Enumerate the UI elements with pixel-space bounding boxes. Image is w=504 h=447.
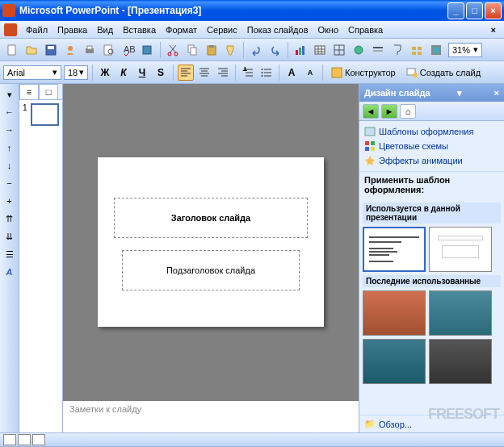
outline-tab[interactable]: ≡	[19, 84, 39, 100]
template-recent-1[interactable]	[363, 290, 426, 336]
template-recent-4[interactable]	[429, 339, 492, 384]
link-templates[interactable]: Шаблоны оформления	[364, 124, 499, 139]
view-bar	[0, 432, 504, 447]
svg-point-32	[262, 72, 263, 73]
expandall-icon[interactable]: ⇊	[2, 229, 17, 244]
print-icon[interactable]	[81, 41, 99, 59]
link-animation[interactable]: Эффекты анимации	[364, 153, 499, 168]
maximize-button[interactable]: □	[466, 2, 483, 19]
normal-view-button[interactable]	[3, 434, 16, 445]
open-icon[interactable]	[23, 41, 40, 59]
promote-icon[interactable]: ←	[2, 105, 17, 119]
menu-file[interactable]: Файл	[21, 25, 52, 35]
menu-window[interactable]: Окно	[313, 25, 344, 35]
paste-icon[interactable]	[203, 41, 220, 59]
bullets-button[interactable]	[258, 65, 275, 81]
titlebar: Microsoft PowerPoint - [Презентация3] _ …	[0, 0, 504, 21]
template-current[interactable]	[363, 227, 426, 272]
align-right-button[interactable]	[215, 65, 231, 81]
cut-icon[interactable]	[164, 41, 182, 59]
title-placeholder[interactable]: Заголовок слайда	[114, 198, 308, 238]
nav-forward-icon[interactable]: ►	[381, 104, 397, 119]
italic-button[interactable]: К	[116, 65, 132, 81]
link-colorschemes[interactable]: Цветовые схемы	[364, 139, 499, 153]
collapse-icon[interactable]: −	[2, 176, 17, 190]
menu-help[interactable]: Справка	[343, 25, 388, 35]
slide-canvas: Заголовок слайда Подзаголовок слайда	[63, 84, 359, 400]
newslide-icon	[406, 67, 418, 78]
slideshow-view-button[interactable]	[32, 434, 45, 445]
copy-icon[interactable]	[183, 41, 201, 59]
increase-font-button[interactable]: A	[284, 65, 300, 81]
outline-pane: ≡ □ 1	[19, 84, 63, 432]
svg-rect-41	[371, 147, 375, 151]
summary-icon[interactable]: ☰	[2, 247, 17, 261]
showformat-icon[interactable]: A	[2, 265, 17, 279]
template-default[interactable]	[429, 227, 492, 272]
taskpane-dropdown-icon[interactable]: ▾	[457, 88, 462, 98]
preview-icon[interactable]	[100, 41, 118, 59]
new-icon[interactable]	[3, 41, 21, 59]
redo-icon[interactable]	[267, 41, 284, 59]
tables-borders-icon[interactable]	[330, 41, 348, 59]
apply-section: Применить шаблон оформления:	[359, 172, 504, 200]
design-button[interactable]: Конструктор	[327, 65, 400, 81]
menu-slideshow[interactable]: Показ слайдов	[242, 25, 313, 35]
group-current: Используется в данной презентации	[363, 203, 501, 224]
nav-home-icon[interactable]: ⌂	[400, 104, 416, 119]
minimize-button[interactable]: _	[447, 2, 464, 19]
color-icon[interactable]	[427, 41, 445, 59]
zoom-combo[interactable]: 31%▾	[448, 43, 482, 57]
hyperlink-icon[interactable]	[350, 41, 368, 59]
demote-icon[interactable]: →	[2, 123, 17, 137]
underline-button[interactable]: Ч	[134, 65, 150, 81]
format-painter-icon[interactable]	[222, 41, 240, 59]
template-recent-2[interactable]	[429, 290, 492, 336]
table-icon[interactable]	[311, 41, 329, 59]
slide-thumbnail[interactable]	[31, 103, 59, 126]
svg-rect-19	[315, 46, 325, 54]
chart-icon[interactable]	[292, 41, 309, 59]
newslide-button[interactable]: Создать слайд	[402, 65, 485, 81]
taskpane-close-icon[interactable]: ×	[494, 88, 499, 98]
bold-button[interactable]: Ж	[97, 65, 113, 81]
spellcheck-icon[interactable]: AB	[120, 41, 137, 59]
menu-edit[interactable]: Правка	[52, 25, 92, 35]
menu-view[interactable]: Вид	[92, 25, 118, 35]
collapseall-icon[interactable]: ⇈	[2, 211, 17, 226]
expand-icon[interactable]	[369, 41, 387, 59]
research-icon[interactable]	[139, 41, 157, 59]
show-formatting-icon[interactable]	[388, 41, 406, 59]
svg-rect-0	[8, 45, 15, 55]
moveup-icon[interactable]: ↑	[2, 140, 17, 155]
outline-collapse-icon[interactable]: ▾	[2, 87, 17, 102]
doc-close-button[interactable]: ×	[487, 25, 500, 35]
expand-icon[interactable]: +	[2, 194, 17, 208]
save-icon[interactable]	[42, 41, 60, 59]
group-recent: Последние использованные	[363, 275, 501, 287]
menu-tools[interactable]: Сервис	[202, 25, 242, 35]
align-left-button[interactable]	[178, 65, 194, 81]
menu-insert[interactable]: Вставка	[118, 25, 161, 35]
numbering-button[interactable]: 1	[240, 65, 256, 81]
shadow-button[interactable]: S	[153, 65, 169, 81]
window-title: Microsoft PowerPoint - [Презентация3]	[19, 5, 446, 16]
notes-pane[interactable]: Заметки к слайду	[63, 400, 359, 432]
close-button[interactable]: ×	[485, 2, 502, 19]
subtitle-placeholder[interactable]: Подзаголовок слайда	[122, 250, 300, 290]
svg-rect-23	[373, 50, 383, 52]
movedown-icon[interactable]: ↓	[2, 158, 17, 173]
align-center-button[interactable]	[196, 65, 212, 81]
fontsize-combo[interactable]: 18▾	[64, 65, 88, 80]
permission-icon[interactable]	[61, 41, 79, 59]
slide[interactable]: Заголовок слайда Подзаголовок слайда	[98, 157, 324, 327]
font-combo[interactable]: Arial▾	[3, 65, 61, 80]
grid-icon[interactable]	[408, 41, 426, 59]
menu-format[interactable]: Формат	[161, 25, 202, 35]
nav-back-icon[interactable]: ◄	[363, 104, 379, 119]
template-recent-3[interactable]	[363, 339, 426, 384]
slides-tab[interactable]: □	[39, 84, 58, 100]
undo-icon[interactable]	[247, 41, 265, 59]
decrease-font-button[interactable]: A	[302, 65, 318, 81]
sorter-view-button[interactable]	[18, 434, 31, 445]
